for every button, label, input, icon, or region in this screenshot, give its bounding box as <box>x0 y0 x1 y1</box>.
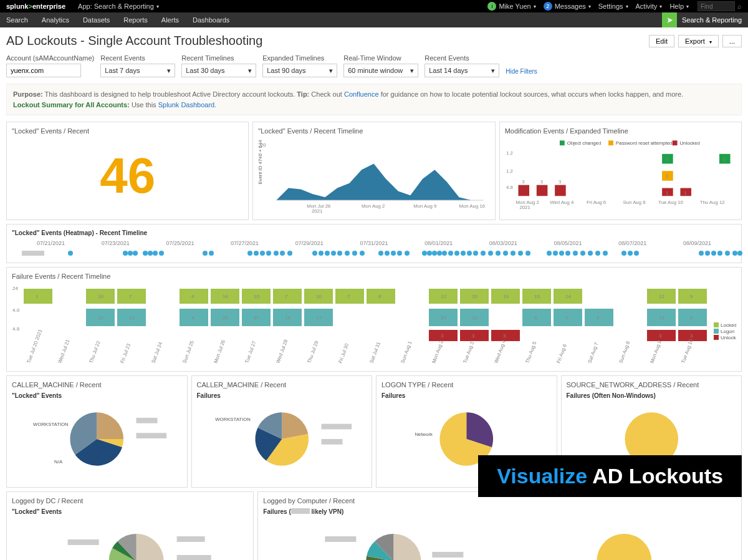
svg-text:2: 2 <box>565 315 568 321</box>
date-label: 08/07/2021 <box>618 240 646 246</box>
panel-title: Failure Events / Recent Timeline <box>12 273 736 280</box>
svg-text:4.8: 4.8 <box>506 185 513 190</box>
messages-label: Messages <box>555 2 586 10</box>
search-reporting-button[interactable]: ➤ Search & Reporting <box>662 12 742 27</box>
filter-realtime-window-select[interactable]: 60 minute window▾ <box>343 64 418 77</box>
panel-title: LOGON TYPE / Recent <box>381 381 552 389</box>
svg-text:Object changed: Object changed <box>567 140 601 146</box>
app-picker-label: App: Search & Reporting <box>78 2 154 10</box>
svg-text:Network: Network <box>415 432 433 437</box>
chevron-down-icon: ▾ <box>588 4 591 9</box>
svg-text:14: 14 <box>565 294 571 299</box>
splunk-dashboard-link[interactable]: Splunk Dashboard <box>158 101 215 109</box>
svg-text:Sun Aug 1: Sun Aug 1 <box>400 340 413 364</box>
svg-text:Mon Aug 2: Mon Aug 2 <box>431 339 444 364</box>
svg-text:Mon Aug 9: Mon Aug 9 <box>649 339 663 364</box>
overlay-ad-lockouts: AD Lockouts <box>587 464 723 488</box>
svg-text:18: 18 <box>285 315 290 321</box>
svg-text:Mon Aug 16: Mon Aug 16 <box>459 203 486 209</box>
filter-recent-events: Recent Events Last 7 days▾ <box>100 54 175 77</box>
edit-button[interactable]: Edit <box>649 35 674 47</box>
export-label: Export <box>685 37 705 45</box>
chevron-down-icon: ▾ <box>491 67 495 75</box>
svg-text:Mon Aug 2: Mon Aug 2 <box>362 203 385 209</box>
panel-subtitle: Failures <box>381 392 552 399</box>
nav-alerts[interactable]: Alerts <box>161 16 179 24</box>
date-label: 07/25/2021 <box>166 240 194 246</box>
svg-text:Thu Jul 22: Thu Jul 22 <box>88 340 101 364</box>
logo-post: enterprise <box>32 2 65 10</box>
svg-text:Thu Aug 12: Thu Aug 12 <box>699 200 724 205</box>
svg-text:Tue Aug 3: Tue Aug 3 <box>462 340 475 364</box>
panel-caller-machine-locked: CALLER_MACHINE / Recent "Locked" Events … <box>6 375 188 488</box>
sub-a: Failures ( <box>263 508 290 515</box>
nav-reports[interactable]: Reports <box>123 16 148 24</box>
panel-locked-recent: "Locked" Events / Recent 46 <box>6 122 249 220</box>
hide-filters-link[interactable]: Hide Filters <box>506 68 537 75</box>
svg-rect-19 <box>536 185 547 196</box>
svg-text:3: 3 <box>559 179 561 185</box>
filter-account: Account (sAMAccountName) <box>6 54 94 77</box>
svg-text:12: 12 <box>659 294 664 299</box>
svg-text:12: 12 <box>659 315 664 321</box>
svg-rect-8 <box>560 140 565 145</box>
svg-text:Wed Aug 4: Wed Aug 4 <box>550 200 574 205</box>
svg-text:1: 1 <box>684 190 686 196</box>
failure-bar-chart: 244.04.8 1101071344142010377181017761223… <box>12 284 736 365</box>
app-picker[interactable]: App: Search & Reporting▾ <box>78 2 159 10</box>
chevron-down-icon: ▾ <box>659 4 662 9</box>
panel-subtitle: Failures <box>197 392 367 399</box>
date-label: 08/01/2021 <box>424 240 453 246</box>
svg-text:Sun Jul 25: Sun Jul 25 <box>181 340 195 364</box>
panel-title: Logged by DC / Recent <box>12 497 248 504</box>
svg-text:10: 10 <box>316 294 322 299</box>
svg-text:Tue Jul 20 2021: Tue Jul 20 2021 <box>26 328 43 364</box>
search-icon[interactable]: ⌕ <box>737 2 742 10</box>
filter-label: Expanded Timelines <box>262 54 337 62</box>
settings-menu[interactable]: Settings▾ <box>598 2 628 10</box>
svg-rect-115 <box>714 322 719 327</box>
notice-summary-a: Use this <box>130 101 158 109</box>
filter-label: Recent Timelines <box>181 54 256 62</box>
svg-rect-148 <box>321 424 352 430</box>
select-value: Last 7 days <box>105 67 140 74</box>
filter-expanded-timelines-select[interactable]: Last 90 days▾ <box>262 64 337 77</box>
chevron-down-icon: ▾ <box>156 4 159 9</box>
more-button[interactable]: ... <box>722 35 742 47</box>
find-input[interactable] <box>698 1 735 11</box>
help-menu[interactable]: Help▾ <box>669 2 689 10</box>
area-chart: 20 Event ID 4740 + 644 Mon Jul 262021 Mo… <box>258 138 489 213</box>
nav-search[interactable]: Search <box>6 16 28 24</box>
nav-analytics[interactable]: Analytics <box>42 16 69 24</box>
user-menu[interactable]: iMike Yuen▾ <box>487 2 535 11</box>
svg-text:16: 16 <box>503 294 509 299</box>
svg-text:1: 1 <box>666 190 668 196</box>
svg-rect-117 <box>714 329 719 334</box>
svg-text:9: 9 <box>690 294 693 299</box>
svg-text:12: 12 <box>441 294 446 299</box>
nav-datasets[interactable]: Datasets <box>83 16 110 24</box>
messages-menu[interactable]: 2Messages▾ <box>544 2 591 11</box>
activity-menu[interactable]: Activity▾ <box>636 2 663 10</box>
filter-recent-events-select[interactable]: Last 7 days▾ <box>100 64 175 77</box>
filter-account-input[interactable] <box>6 64 81 77</box>
svg-text:37: 37 <box>254 315 259 321</box>
svg-text:Logon Failed: Logon Failed <box>721 329 736 334</box>
panel-title: SOURCE_NETWORK_ADDRESS / Recent <box>567 381 737 389</box>
activity-label: Activity <box>636 2 658 10</box>
svg-text:Unlocked: Unlocked <box>721 335 736 340</box>
svg-text:3: 3 <box>472 333 475 339</box>
filter-recent-events-2-select[interactable]: Last 14 days▾ <box>424 64 499 77</box>
svg-text:24: 24 <box>12 286 18 291</box>
svg-text:Sun Aug 8: Sun Aug 8 <box>623 200 645 205</box>
filter-recent-timelines-select[interactable]: Last 30 days▾ <box>181 64 256 77</box>
confluence-link[interactable]: Confluence <box>344 90 379 98</box>
nav-dashboards[interactable]: Dashboards <box>193 16 229 24</box>
filter-recent-timelines: Recent Timelines Last 30 days▾ <box>181 54 256 77</box>
heatmap-dots <box>18 249 730 258</box>
svg-rect-156 <box>177 536 205 542</box>
row-1-panels: "Locked" Events / Recent 46 "Locked" Eve… <box>6 122 742 220</box>
export-button[interactable]: Export ▾ <box>678 35 719 47</box>
locked-events-count: 46 <box>12 138 243 213</box>
svg-text:Tue Aug 10: Tue Aug 10 <box>658 200 683 205</box>
